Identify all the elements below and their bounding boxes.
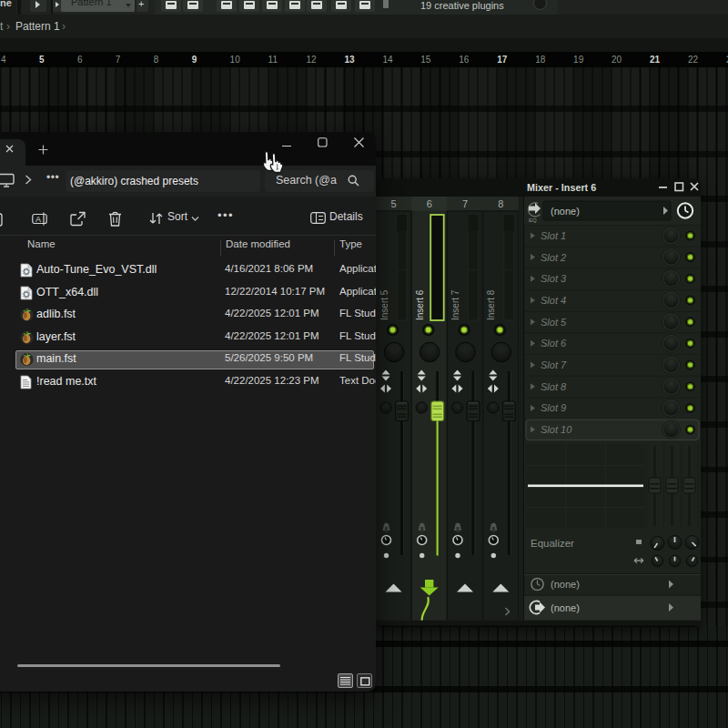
- svg-text:6: 6: [427, 198, 432, 209]
- svg-text:(none): (none): [551, 602, 580, 613]
- svg-text:Slot 8: Slot 8: [541, 381, 567, 392]
- svg-text:8: 8: [498, 198, 503, 209]
- svg-text:Slot 3: Slot 3: [541, 273, 567, 284]
- svg-text:7: 7: [462, 198, 468, 209]
- svg-text:EQ: EQ: [529, 217, 537, 223]
- svg-text:Slot 1: Slot 1: [541, 230, 566, 241]
- svg-text:Slot 5: Slot 5: [541, 317, 567, 328]
- svg-text:A: A: [35, 215, 41, 224]
- svg-text:(none): (none): [551, 579, 580, 590]
- svg-text:Slot 10: Slot 10: [541, 424, 572, 435]
- svg-text:5: 5: [390, 198, 396, 209]
- svg-text:Slot 2: Slot 2: [541, 252, 566, 263]
- svg-text:Insert 5: Insert 5: [379, 289, 389, 320]
- svg-text:Slot 4: Slot 4: [541, 295, 566, 306]
- svg-text:(none): (none): [551, 206, 580, 217]
- svg-text:Equalizer: Equalizer: [531, 538, 574, 549]
- svg-text:Slot 7: Slot 7: [541, 359, 567, 370]
- svg-text:Insert 8: Insert 8: [486, 289, 496, 320]
- svg-text:Slot 6: Slot 6: [541, 338, 567, 349]
- svg-text:Insert 6: Insert 6: [415, 289, 425, 320]
- svg-text:Slot 9: Slot 9: [541, 402, 566, 413]
- svg-text:Insert 7: Insert 7: [450, 289, 460, 320]
- svg-text:Mixer - Insert 6: Mixer - Insert 6: [527, 182, 596, 193]
